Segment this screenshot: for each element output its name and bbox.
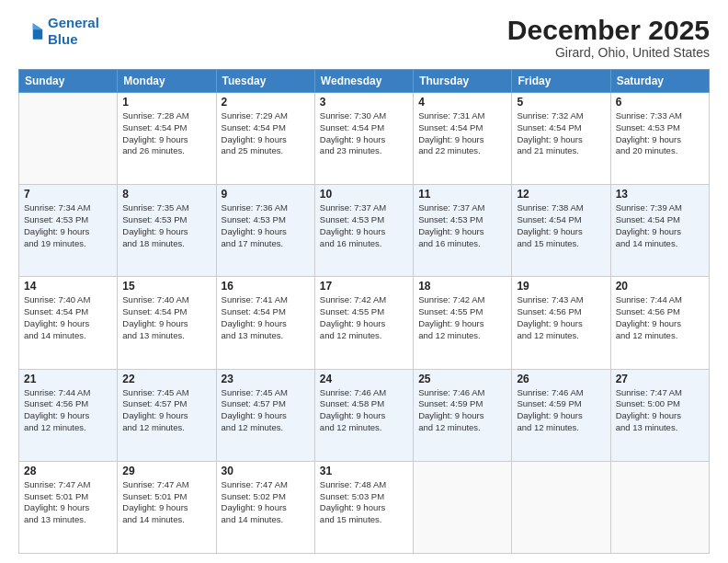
- day-info: Sunrise: 7:47 AMSunset: 5:02 PMDaylight:…: [222, 479, 310, 526]
- calendar-cell: 30Sunrise: 7:47 AMSunset: 5:02 PMDayligh…: [216, 461, 314, 553]
- day-number: 11: [418, 188, 506, 201]
- day-info: Sunrise: 7:45 AMSunset: 4:57 PMDaylight:…: [122, 387, 210, 434]
- calendar-cell: 1Sunrise: 7:28 AMSunset: 4:54 PMDaylight…: [118, 93, 216, 185]
- day-number: 15: [122, 280, 210, 293]
- day-number: 3: [320, 96, 408, 109]
- day-number: 31: [320, 465, 408, 477]
- day-number: 25: [418, 373, 506, 385]
- calendar-cell: [610, 461, 709, 553]
- calendar-week-row: 1Sunrise: 7:28 AMSunset: 4:54 PMDaylight…: [19, 93, 710, 185]
- calendar-cell: 12Sunrise: 7:38 AMSunset: 4:54 PMDayligh…: [512, 185, 610, 277]
- calendar-cell: 26Sunrise: 7:46 AMSunset: 4:59 PMDayligh…: [512, 369, 610, 461]
- day-info: Sunrise: 7:47 AMSunset: 5:00 PMDaylight:…: [616, 387, 704, 434]
- calendar-cell: 10Sunrise: 7:37 AMSunset: 4:53 PMDayligh…: [314, 185, 413, 277]
- header: General Blue December 2025 Girard, Ohio,…: [18, 15, 710, 60]
- calendar-week-row: 7Sunrise: 7:34 AMSunset: 4:53 PMDaylight…: [19, 185, 710, 277]
- day-number: 13: [616, 188, 704, 201]
- day-info: Sunrise: 7:33 AMSunset: 4:53 PMDaylight:…: [616, 110, 704, 157]
- logo: General Blue: [18, 15, 99, 48]
- logo-line2: Blue: [48, 31, 78, 47]
- month-title: December 2025: [507, 15, 710, 45]
- day-info: Sunrise: 7:29 AMSunset: 4:54 PMDaylight:…: [222, 110, 310, 157]
- day-number: 28: [24, 465, 112, 477]
- day-info: Sunrise: 7:36 AMSunset: 4:53 PMDaylight:…: [222, 202, 310, 249]
- day-number: 21: [24, 373, 112, 385]
- calendar-cell: 22Sunrise: 7:45 AMSunset: 4:57 PMDayligh…: [118, 369, 216, 461]
- logo-line1: General: [48, 15, 99, 30]
- location: Girard, Ohio, United States: [507, 45, 710, 60]
- calendar-cell: 23Sunrise: 7:45 AMSunset: 4:57 PMDayligh…: [216, 369, 314, 461]
- calendar-cell: [512, 461, 610, 553]
- weekday-header: Thursday: [414, 70, 512, 93]
- day-info: Sunrise: 7:47 AMSunset: 5:01 PMDaylight:…: [122, 479, 210, 526]
- day-number: 8: [122, 188, 210, 201]
- calendar-cell: 19Sunrise: 7:43 AMSunset: 4:56 PMDayligh…: [512, 277, 610, 369]
- day-number: 18: [418, 280, 506, 293]
- calendar-header-row: SundayMondayTuesdayWednesdayThursdayFrid…: [19, 70, 710, 93]
- day-number: 5: [517, 96, 605, 109]
- day-number: 29: [122, 465, 210, 477]
- calendar-week-row: 14Sunrise: 7:40 AMSunset: 4:54 PMDayligh…: [19, 277, 710, 369]
- day-number: 12: [517, 188, 605, 201]
- calendar-cell: 3Sunrise: 7:30 AMSunset: 4:54 PMDaylight…: [314, 93, 413, 185]
- day-info: Sunrise: 7:38 AMSunset: 4:54 PMDaylight:…: [517, 202, 605, 249]
- calendar-cell: 5Sunrise: 7:32 AMSunset: 4:54 PMDaylight…: [512, 93, 610, 185]
- day-info: Sunrise: 7:41 AMSunset: 4:54 PMDaylight:…: [222, 294, 310, 341]
- day-info: Sunrise: 7:42 AMSunset: 4:55 PMDaylight:…: [320, 294, 408, 341]
- calendar-cell: 7Sunrise: 7:34 AMSunset: 4:53 PMDaylight…: [19, 185, 118, 277]
- day-info: Sunrise: 7:34 AMSunset: 4:53 PMDaylight:…: [24, 202, 112, 249]
- calendar-cell: 14Sunrise: 7:40 AMSunset: 4:54 PMDayligh…: [19, 277, 118, 369]
- day-info: Sunrise: 7:40 AMSunset: 4:54 PMDaylight:…: [24, 294, 112, 341]
- day-number: 26: [517, 373, 605, 385]
- day-number: 20: [616, 280, 704, 293]
- day-number: 1: [122, 96, 210, 109]
- day-number: 7: [24, 188, 112, 201]
- title-block: December 2025 Girard, Ohio, United State…: [507, 15, 710, 60]
- day-info: Sunrise: 7:45 AMSunset: 4:57 PMDaylight:…: [222, 387, 310, 434]
- weekday-header: Friday: [512, 70, 610, 93]
- calendar-cell: 21Sunrise: 7:44 AMSunset: 4:56 PMDayligh…: [19, 369, 118, 461]
- calendar-cell: [414, 461, 512, 553]
- calendar-cell: 15Sunrise: 7:40 AMSunset: 4:54 PMDayligh…: [118, 277, 216, 369]
- calendar-table: SundayMondayTuesdayWednesdayThursdayFrid…: [18, 69, 710, 554]
- day-number: 10: [320, 188, 408, 201]
- calendar-cell: [19, 93, 118, 185]
- calendar-cell: 4Sunrise: 7:31 AMSunset: 4:54 PMDaylight…: [414, 93, 512, 185]
- day-info: Sunrise: 7:40 AMSunset: 4:54 PMDaylight:…: [122, 294, 210, 341]
- weekday-header: Monday: [118, 70, 216, 93]
- day-info: Sunrise: 7:46 AMSunset: 4:58 PMDaylight:…: [320, 387, 408, 434]
- calendar-cell: 8Sunrise: 7:35 AMSunset: 4:53 PMDaylight…: [118, 185, 216, 277]
- day-info: Sunrise: 7:30 AMSunset: 4:54 PMDaylight:…: [320, 110, 408, 157]
- day-info: Sunrise: 7:44 AMSunset: 4:56 PMDaylight:…: [24, 387, 112, 434]
- day-info: Sunrise: 7:48 AMSunset: 5:03 PMDaylight:…: [320, 479, 408, 526]
- day-info: Sunrise: 7:46 AMSunset: 4:59 PMDaylight:…: [517, 387, 605, 434]
- weekday-header: Tuesday: [216, 70, 314, 93]
- day-info: Sunrise: 7:37 AMSunset: 4:53 PMDaylight:…: [320, 202, 408, 249]
- day-number: 6: [616, 96, 704, 109]
- day-info: Sunrise: 7:37 AMSunset: 4:53 PMDaylight:…: [418, 202, 506, 249]
- page: General Blue December 2025 Girard, Ohio,…: [0, 0, 728, 563]
- day-number: 27: [616, 373, 704, 385]
- calendar-cell: 29Sunrise: 7:47 AMSunset: 5:01 PMDayligh…: [118, 461, 216, 553]
- day-number: 19: [517, 280, 605, 293]
- calendar-cell: 20Sunrise: 7:44 AMSunset: 4:56 PMDayligh…: [610, 277, 709, 369]
- day-info: Sunrise: 7:42 AMSunset: 4:55 PMDaylight:…: [418, 294, 506, 341]
- day-number: 2: [222, 96, 310, 109]
- calendar-cell: 6Sunrise: 7:33 AMSunset: 4:53 PMDaylight…: [610, 93, 709, 185]
- weekday-header: Wednesday: [314, 70, 413, 93]
- logo-icon: [18, 18, 44, 44]
- day-info: Sunrise: 7:47 AMSunset: 5:01 PMDaylight:…: [24, 479, 112, 526]
- day-info: Sunrise: 7:28 AMSunset: 4:54 PMDaylight:…: [122, 110, 210, 157]
- day-number: 14: [24, 280, 112, 293]
- calendar-cell: 24Sunrise: 7:46 AMSunset: 4:58 PMDayligh…: [314, 369, 413, 461]
- day-info: Sunrise: 7:43 AMSunset: 4:56 PMDaylight:…: [517, 294, 605, 341]
- weekday-header: Sunday: [19, 70, 118, 93]
- day-number: 23: [222, 373, 310, 385]
- day-number: 4: [418, 96, 506, 109]
- day-info: Sunrise: 7:44 AMSunset: 4:56 PMDaylight:…: [616, 294, 704, 341]
- calendar-cell: 2Sunrise: 7:29 AMSunset: 4:54 PMDaylight…: [216, 93, 314, 185]
- calendar-cell: 13Sunrise: 7:39 AMSunset: 4:54 PMDayligh…: [610, 185, 709, 277]
- day-info: Sunrise: 7:31 AMSunset: 4:54 PMDaylight:…: [418, 110, 506, 157]
- calendar-week-row: 21Sunrise: 7:44 AMSunset: 4:56 PMDayligh…: [19, 369, 710, 461]
- calendar-cell: 27Sunrise: 7:47 AMSunset: 5:00 PMDayligh…: [610, 369, 709, 461]
